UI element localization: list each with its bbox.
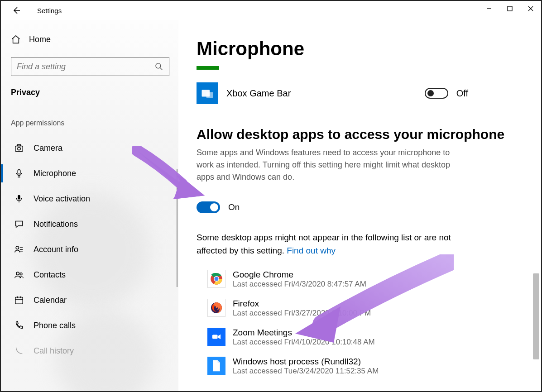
sidebar-item-account-info[interactable]: Account info — [11, 237, 171, 262]
app-row-xbox-game-bar: Xbox Game Bar Off — [197, 82, 468, 104]
content-scrollbar[interactable] — [533, 78, 539, 392]
maximize-button[interactable] — [499, 1, 520, 16]
app-last-accessed: Last accessed Tue/3/24/2020 11:52:35 AM — [233, 367, 379, 376]
allow-desktop-toggle-row: On — [197, 201, 523, 213]
progress-indicator — [197, 66, 219, 70]
minimize-button[interactable] — [479, 1, 499, 16]
sidebar-item-call-history[interactable]: Call history — [11, 338, 171, 363]
svg-point-10 — [16, 272, 19, 275]
note-text: Some desktop apps might not appear in th… — [197, 231, 459, 257]
voice-icon — [14, 193, 24, 204]
chrome-icon — [207, 270, 225, 288]
find-out-why-link[interactable]: Find out why — [287, 246, 336, 255]
zoom-icon — [207, 328, 225, 346]
svg-rect-22 — [212, 335, 218, 339]
home-icon — [11, 34, 21, 44]
app-name: Windows host process (Rundll32) — [233, 357, 379, 367]
section-description: Some apps and Windows features need to a… — [197, 147, 459, 183]
microphone-icon — [14, 168, 24, 179]
svg-rect-6 — [17, 145, 20, 146]
sidebar-item-label: Camera — [34, 143, 62, 153]
search-input[interactable] — [17, 62, 154, 72]
home-label: Home — [29, 35, 51, 44]
app-name: Google Chrome — [233, 270, 366, 280]
sidebar-item-camera[interactable]: Camera — [11, 135, 171, 161]
sidebar-item-label: Notifications — [34, 220, 78, 229]
desktop-app-firefox: Firefox Last accessed Fri/3/27/2020 6:10… — [207, 299, 523, 318]
svg-point-9 — [16, 246, 19, 249]
svg-rect-8 — [18, 195, 20, 200]
section-heading: Allow desktop apps to access your microp… — [197, 127, 523, 142]
sidebar-item-label: Call history — [34, 346, 74, 356]
contacts-icon — [14, 269, 24, 280]
sidebar-item-voice-activation[interactable]: Voice activation — [11, 186, 171, 211]
nav-list: Camera Microphone Voice activation Notif… — [11, 135, 171, 363]
svg-point-5 — [18, 147, 20, 150]
sidebar-item-label: Account info — [34, 245, 78, 254]
window-title: Settings — [37, 7, 62, 14]
xbox-toggle[interactable] — [425, 88, 448, 99]
file-icon — [207, 357, 225, 375]
calendar-icon — [14, 295, 24, 306]
chat-icon — [14, 219, 24, 229]
home-nav[interactable]: Home — [11, 30, 171, 49]
sidebar-item-label: Calendar — [34, 296, 67, 305]
settings-window: Settings Home Privacy App permissions — [0, 0, 542, 392]
sidebar-item-label: Voice activation — [34, 194, 90, 204]
allow-desktop-toggle-state: On — [228, 202, 240, 212]
svg-rect-7 — [18, 170, 20, 174]
desktop-app-chrome: Google Chrome Last accessed Fri/4/3/2020… — [207, 270, 523, 289]
app-label: Xbox Game Bar — [226, 88, 425, 99]
content-pane: Microphone Xbox Game Bar Off Allow deskt… — [178, 20, 541, 391]
search-icon — [154, 62, 163, 71]
sidebar-item-contacts[interactable]: Contacts — [11, 262, 171, 287]
svg-rect-17 — [206, 92, 213, 98]
desktop-app-zoom: Zoom Meetings Last accessed Fri/4/10/202… — [207, 328, 523, 347]
scrollbar-thumb[interactable] — [533, 273, 539, 359]
desktop-app-rundll32: Windows host process (Rundll32) Last acc… — [207, 357, 523, 376]
sidebar-item-phone-calls[interactable]: Phone calls — [11, 313, 171, 338]
window-controls — [479, 1, 541, 16]
svg-rect-12 — [15, 297, 23, 304]
svg-rect-1 — [508, 6, 512, 11]
titlebar: Settings — [1, 1, 541, 20]
svg-point-11 — [20, 273, 22, 275]
app-name: Zoom Meetings — [233, 328, 375, 338]
sidebar-item-label: Phone calls — [34, 321, 76, 330]
sidebar-item-notifications[interactable]: Notifications — [11, 211, 171, 237]
history-icon — [14, 345, 24, 356]
svg-point-2 — [156, 63, 161, 68]
svg-point-20 — [215, 277, 219, 281]
svg-rect-4 — [15, 146, 23, 151]
back-button[interactable] — [11, 5, 22, 16]
sidebar-item-label: Contacts — [34, 270, 66, 280]
app-name: Firefox — [233, 299, 371, 309]
camera-icon — [14, 143, 24, 153]
search-box[interactable] — [11, 57, 169, 76]
sidebar-item-label: Microphone — [34, 169, 76, 178]
account-icon — [14, 244, 24, 255]
sidebar-item-microphone[interactable]: Microphone — [11, 161, 171, 186]
xbox-toggle-state: Off — [456, 88, 468, 99]
firefox-icon — [207, 299, 225, 317]
sidebar-item-calendar[interactable]: Calendar — [11, 287, 171, 313]
app-last-accessed: Last accessed Fri/3/27/2020 6:10:00 PM — [233, 309, 371, 318]
group-label: App permissions — [11, 119, 171, 127]
app-last-accessed: Last accessed Fri/4/10/2020 10:10:48 AM — [233, 338, 375, 347]
allow-desktop-toggle[interactable] — [197, 201, 220, 213]
phone-icon — [14, 320, 24, 331]
sidebar: Home Privacy App permissions Camera Micr… — [1, 20, 178, 391]
app-last-accessed: Last accessed Fri/4/3/2020 8:47:57 AM — [233, 280, 366, 289]
sidebar-scroll-edge — [177, 169, 177, 287]
xbox-game-bar-icon — [197, 82, 218, 104]
current-section: Privacy — [11, 88, 171, 97]
svg-line-3 — [160, 68, 163, 70]
close-button[interactable] — [520, 1, 541, 16]
page-title: Microphone — [197, 38, 523, 60]
